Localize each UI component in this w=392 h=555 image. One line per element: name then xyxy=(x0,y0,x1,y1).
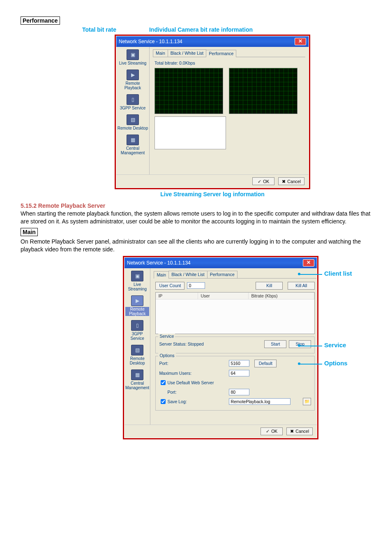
section-performance-label: Performance xyxy=(21,16,60,25)
monitor-icon: ▣ xyxy=(131,271,143,281)
server-status-label: Server Status: Stopped xyxy=(159,341,229,346)
default-button[interactable]: Default xyxy=(254,360,277,367)
annot-service: Service xyxy=(324,341,346,348)
tab-performance[interactable]: Performance xyxy=(206,50,236,57)
max-users-field[interactable] xyxy=(229,370,249,376)
dialog-title: Network Service - 10.1.1.134 xyxy=(119,39,182,44)
total-bitrate-label: Total bitrate: 0.0Kbps xyxy=(154,60,304,65)
col-bitrate[interactable]: Bitrate (Kbps) xyxy=(249,293,314,299)
log-list[interactable] xyxy=(154,116,226,149)
tab-main[interactable]: Main xyxy=(153,49,168,57)
ws-port-field[interactable] xyxy=(229,389,249,395)
annot-dot xyxy=(298,362,300,365)
sidebar: ▣ Live Streaming ▶ Remote Playback ▯ 3GP… xyxy=(125,268,150,425)
paragraph-remote-playback-desc: When starting the remote playback functi… xyxy=(21,210,371,225)
kill-all-button[interactable]: Kill All xyxy=(288,282,315,290)
use-default-webserver-checkbox[interactable] xyxy=(161,380,166,385)
dialog-network-service-main: Network Service - 10.1.1.134 ✕ ▣ Live St… xyxy=(123,256,318,439)
header-total-bitrate: Total bit rate xyxy=(82,26,116,33)
browse-folder-icon[interactable]: 📁 xyxy=(303,398,311,405)
grid-icon: ▦ xyxy=(127,135,139,145)
titlebar: Network Service - 10.1.1.134 ✕ xyxy=(125,258,317,268)
sidebar-item-live-streaming[interactable]: ▣ Live Streaming xyxy=(125,271,149,291)
client-list[interactable]: IP User Bitrate (Kbps) xyxy=(155,292,315,334)
sidebar-item-remote-desktop[interactable]: ▧ Remote Desktop xyxy=(125,345,149,365)
tab-performance[interactable]: Performance xyxy=(207,271,238,278)
ok-button[interactable]: ✓ OK xyxy=(252,177,274,185)
cancel-button[interactable]: ✖ Cancel xyxy=(286,427,313,435)
use-default-webserver-label: Use Default Web Server xyxy=(167,380,214,385)
annot-dot xyxy=(298,273,300,275)
groupbox-options: Options Port: Default Maximum Users: xyxy=(155,356,315,411)
graph-individual-camera-bitrate xyxy=(229,68,297,114)
save-log-label: Save Log: xyxy=(167,399,229,404)
port-field[interactable] xyxy=(229,360,249,367)
max-users-label: Maximum Users: xyxy=(159,371,229,376)
device-icon: ▯ xyxy=(127,94,139,105)
col-ip[interactable]: IP xyxy=(156,293,198,299)
port-label: Port: xyxy=(159,361,229,366)
sidebar-item-remote-desktop[interactable]: ▧ Remote Desktop xyxy=(117,114,148,130)
sidebar-item-3gpp-service[interactable]: ▯ 3GPP Service xyxy=(117,94,148,110)
save-log-checkbox[interactable] xyxy=(161,399,166,404)
close-icon[interactable]: ✕ xyxy=(295,38,306,45)
device-icon: ▯ xyxy=(131,320,143,331)
dialog-network-service-performance: Network Service - 10.1.1.134 ✕ ▣ Live St… xyxy=(115,35,310,189)
sidebar-item-3gpp-service[interactable]: ▯ 3GPP Service xyxy=(125,320,149,341)
section-main-label: Main xyxy=(21,228,38,236)
start-button[interactable]: Start xyxy=(264,340,286,348)
ok-button[interactable]: ✓ OK xyxy=(261,427,283,435)
tab-main[interactable]: Main xyxy=(154,271,169,279)
groupbox-options-title: Options xyxy=(158,353,175,358)
groupbox-service-title: Service xyxy=(158,334,175,339)
desktop-icon: ▧ xyxy=(127,114,139,125)
user-count-field[interactable] xyxy=(187,282,205,289)
annot-client-list: Client list xyxy=(324,270,352,277)
annot-line xyxy=(300,346,322,346)
sidebar-item-central-management[interactable]: ▦ Central Management xyxy=(125,369,149,390)
monitor-icon: ▣ xyxy=(127,49,139,60)
col-user[interactable]: User xyxy=(198,293,249,299)
sidebar-item-remote-playback[interactable]: ▶ Remote Playback xyxy=(117,70,148,90)
sidebar-item-live-streaming[interactable]: ▣ Live Streaming xyxy=(117,49,148,65)
graph-total-bitrate xyxy=(154,68,223,114)
annot-dot xyxy=(298,344,300,347)
annot-line xyxy=(300,274,322,275)
cancel-button[interactable]: ✖ Cancel xyxy=(278,177,304,185)
stop-button[interactable]: Stop xyxy=(289,340,311,348)
header-individual-camera-bitrate: Individual Camera bit rate information xyxy=(149,26,253,33)
kill-button[interactable]: Kill xyxy=(256,282,283,290)
heading-remote-playback-server: 5.15.2 Remote Playback Server xyxy=(21,202,371,209)
tab-black-white-list[interactable]: Black / White List xyxy=(168,49,207,57)
play-icon: ▶ xyxy=(131,295,143,306)
dialog-title: Network Service - 10.1.1.134 xyxy=(127,260,191,266)
client-list-header: IP User Bitrate (Kbps) xyxy=(156,293,314,300)
groupbox-service: Service Server Status: Stopped Start Sto… xyxy=(155,337,315,353)
annot-line xyxy=(300,364,322,365)
play-icon: ▶ xyxy=(127,70,139,80)
titlebar: Network Service - 10.1.1.134 ✕ xyxy=(116,36,309,47)
desktop-icon: ▧ xyxy=(131,345,143,355)
grid-icon: ▦ xyxy=(131,369,143,380)
close-icon[interactable]: ✕ xyxy=(303,259,314,267)
sidebar-item-central-management[interactable]: ▦ Central Management xyxy=(117,135,148,155)
sidebar-item-remote-playback[interactable]: ▶ Remote Playback xyxy=(125,295,149,316)
caption-live-streaming-log: Live Streaming Server log information xyxy=(53,191,371,197)
annot-options: Options xyxy=(324,360,348,367)
ws-port-label: Port: xyxy=(167,390,229,395)
tabs: Main Black / White List Performance xyxy=(153,49,305,57)
paragraph-main-desc: On Remote Playback Server panel, adminis… xyxy=(21,238,371,253)
log-file-field[interactable] xyxy=(229,398,291,405)
sidebar: ▣ Live Streaming ▶ Remote Playback ▯ 3GP… xyxy=(116,47,150,174)
tab-black-white-list[interactable]: Black / White List xyxy=(168,271,208,278)
user-count-button[interactable]: User Count xyxy=(155,282,184,290)
tabs: Main Black / White List Performance xyxy=(154,271,316,279)
